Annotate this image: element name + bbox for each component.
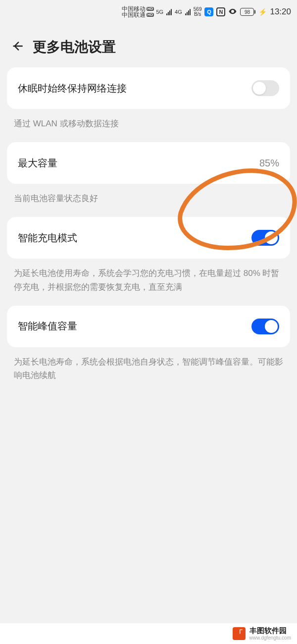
hd-badge: HD	[147, 13, 154, 17]
battery-icon: 98	[240, 8, 255, 16]
network-5g-label: 5G	[156, 9, 163, 15]
subtext-smart-peak: 为延长电池寿命，系统会根据电池自身状态，智能调节峰值容量。可能影响电池续航	[0, 347, 297, 394]
subtext-network-sleep: 通过 WLAN 或移动数据连接	[0, 109, 297, 142]
label-max-capacity: 最大容量	[18, 157, 57, 170]
page-header: 更多电池设置	[0, 24, 297, 67]
clock: 13:20	[270, 7, 291, 17]
toggle-smart-peak[interactable]	[251, 319, 279, 334]
row-smart-peak[interactable]: 智能峰值容量	[7, 306, 290, 347]
footer-watermark: 「 丰图软件园 www.dgfengtu.com	[0, 623, 297, 644]
card-smart-charging: 智能充电模式	[7, 217, 290, 259]
status-bar: 中国移动HD 中国联通HD 5G 4G 569B/s Q N 98 ⚡ 13:2…	[0, 0, 297, 24]
card-smart-peak: 智能峰值容量	[7, 306, 290, 347]
footer-site-url: www.dgfengtu.com	[249, 635, 292, 641]
row-smart-charging[interactable]: 智能充电模式	[7, 217, 290, 259]
page-title: 更多电池设置	[33, 38, 116, 56]
carrier-labels: 中国移动HD 中国联通HD	[122, 6, 154, 18]
value-max-capacity: 85%	[259, 158, 279, 169]
footer-logo-icon: 「	[233, 627, 246, 640]
charging-bolt-icon: ⚡	[258, 8, 267, 16]
network-4g-label: 4G	[175, 9, 182, 15]
data-rate: 569B/s	[194, 7, 202, 17]
subtext-max-capacity: 当前电池容量状态良好	[0, 184, 297, 217]
search-icon: Q	[204, 7, 213, 16]
card-network-sleep: 休眠时始终保持网络连接	[7, 67, 290, 109]
toggle-network-sleep[interactable]	[251, 80, 279, 96]
label-network-sleep: 休眠时始终保持网络连接	[18, 82, 127, 95]
row-max-capacity[interactable]: 最大容量 85%	[7, 142, 290, 184]
label-smart-peak: 智能峰值容量	[18, 320, 77, 333]
toggle-smart-charging[interactable]	[251, 230, 279, 246]
subtext-smart-charging: 为延长电池使用寿命，系统会学习您的充电习惯，在电量超过 80% 时暂停充电，并根…	[0, 259, 297, 305]
eye-comfort-icon	[228, 7, 237, 17]
label-smart-charging: 智能充电模式	[18, 231, 77, 245]
signal-bars-icon	[166, 8, 172, 15]
card-max-capacity: 最大容量 85%	[7, 142, 290, 184]
row-network-sleep[interactable]: 休眠时始终保持网络连接	[7, 67, 290, 109]
hd-badge: HD	[147, 7, 154, 11]
nfc-icon: N	[216, 7, 225, 16]
footer-site-name: 丰图软件园	[249, 627, 292, 635]
back-button[interactable]	[11, 40, 24, 54]
signal-bars-icon	[185, 8, 191, 15]
